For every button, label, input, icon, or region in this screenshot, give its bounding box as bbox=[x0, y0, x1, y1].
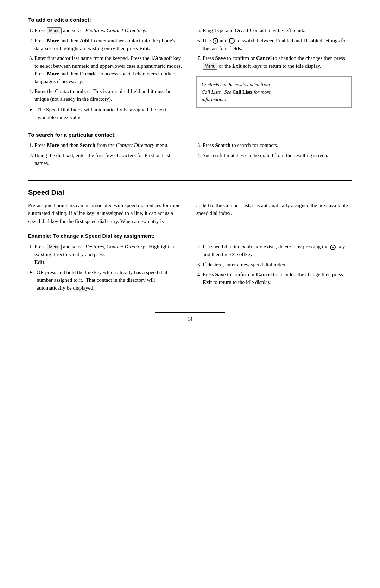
list-item: Press Menu and select Features, Contact … bbox=[34, 243, 184, 266]
info-box-text: Contacts can be easily added from Call L… bbox=[202, 82, 271, 102]
down-circle-icon: + bbox=[229, 38, 235, 44]
list-item: Press Save to confirm or Cancel to aband… bbox=[203, 55, 352, 70]
list-item: Successful matches can be dialed from th… bbox=[203, 152, 352, 160]
search-left-col: Press More and then Search from the Cont… bbox=[28, 142, 184, 170]
add-edit-right-steps: Ring Type and Divert Contact may be left… bbox=[203, 27, 352, 70]
list-item: Use + and + to switch between Enabled an… bbox=[203, 37, 352, 52]
search-heading: To search for a particular contact: bbox=[28, 132, 352, 138]
list-item: Press Menu and select Features, Contact … bbox=[34, 27, 184, 35]
speed-dial-intro-left: Pre-assigned numbers can be associated w… bbox=[28, 202, 184, 225]
speed-dial-arrow-list: OR press and hold the line key which alr… bbox=[30, 269, 184, 292]
list-item: If desired, enter a new speed dial index… bbox=[203, 261, 352, 269]
speed-dial-example-columns: Press Menu and select Features, Contact … bbox=[28, 243, 352, 295]
menu-button-label-3: Menu bbox=[47, 244, 62, 250]
add-edit-heading: To add or edit a contact: bbox=[28, 17, 352, 23]
speed-dial-left-col: Press Menu and select Features, Contact … bbox=[28, 243, 184, 295]
search-right-steps: Press Search to search for contacts. Suc… bbox=[203, 142, 352, 160]
italic-text: Features, Contact Directory bbox=[86, 27, 145, 33]
up-circle-icon: + bbox=[213, 38, 218, 44]
page-footer: 14 bbox=[28, 312, 352, 322]
list-item: Press More and then Add to enter another… bbox=[34, 37, 184, 52]
menu-button-label-2: Menu bbox=[203, 63, 217, 70]
search-columns: Press More and then Search from the Cont… bbox=[28, 142, 352, 170]
section-divider bbox=[28, 180, 352, 181]
add-edit-columns: Press Menu and select Features, Contact … bbox=[28, 27, 352, 124]
page-content: To add or edit a contact: Press Menu and… bbox=[28, 17, 352, 322]
list-item: Ring Type and Divert Contact may be left… bbox=[203, 27, 352, 35]
add-edit-left-steps: Press Menu and select Features, Contact … bbox=[34, 27, 184, 103]
list-item: Enter first and/or last name from the ke… bbox=[34, 55, 184, 85]
search-section: To search for a particular contact: Pres… bbox=[28, 132, 352, 170]
speed-dial-right-steps: If a speed dial index already exists, de… bbox=[203, 243, 352, 286]
page-number: 14 bbox=[188, 316, 192, 322]
search-right-col: Press Search to search for contacts. Suc… bbox=[196, 142, 352, 170]
add-edit-section: To add or edit a contact: Press Menu and… bbox=[28, 17, 352, 124]
list-item: OR press and hold the line key which alr… bbox=[30, 269, 184, 292]
list-item: Press More and then Search from the Cont… bbox=[34, 142, 184, 149]
list-item: If a speed dial index already exists, de… bbox=[203, 243, 352, 259]
speed-dial-intro: Pre-assigned numbers can be associated w… bbox=[28, 202, 352, 225]
info-box: Contacts can be easily added from Call L… bbox=[196, 76, 352, 108]
list-item: Press Search to search for contacts. bbox=[203, 142, 352, 149]
add-edit-arrow-list: The Speed Dial Index will automatically … bbox=[30, 106, 184, 122]
speed-dial-right-col: If a speed dial index already exists, de… bbox=[196, 243, 352, 295]
speed-dial-intro-right: added to the Contact List, it is automat… bbox=[196, 202, 352, 225]
speed-dial-section: Speed Dial Pre-assigned numbers can be a… bbox=[28, 188, 352, 295]
up-circle-icon-2: + bbox=[330, 245, 336, 250]
list-item: Press Save to confirm or Cancel to aband… bbox=[203, 271, 352, 286]
list-item: Enter the Contact number. This is a requ… bbox=[34, 88, 184, 103]
add-edit-right-col: Ring Type and Divert Contact may be left… bbox=[196, 27, 352, 124]
footer-divider bbox=[155, 312, 225, 313]
menu-button-label: Menu bbox=[47, 27, 62, 34]
list-item: Using the dial pad, enter the first few … bbox=[34, 152, 184, 167]
example-heading: Example: To change a Speed Dial key assi… bbox=[28, 233, 352, 239]
add-edit-left-col: Press Menu and select Features, Contact … bbox=[28, 27, 184, 124]
list-item: The Speed Dial Index will automatically … bbox=[30, 106, 184, 122]
search-left-steps: Press More and then Search from the Cont… bbox=[34, 142, 184, 167]
speed-dial-title: Speed Dial bbox=[28, 188, 352, 197]
speed-dial-left-steps: Press Menu and select Features, Contact … bbox=[34, 243, 184, 266]
